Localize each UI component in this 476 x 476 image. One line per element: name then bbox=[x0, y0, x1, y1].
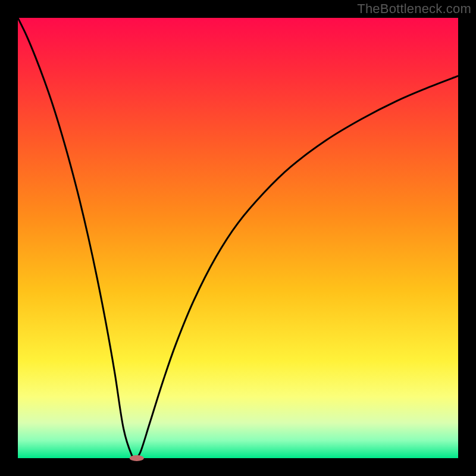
chart-container: TheBottleneck.com bbox=[0, 0, 476, 476]
plot-area bbox=[18, 18, 458, 458]
vertex-marker bbox=[130, 455, 144, 461]
bottleneck-chart bbox=[0, 0, 476, 476]
watermark-label: TheBottleneck.com bbox=[357, 1, 471, 17]
